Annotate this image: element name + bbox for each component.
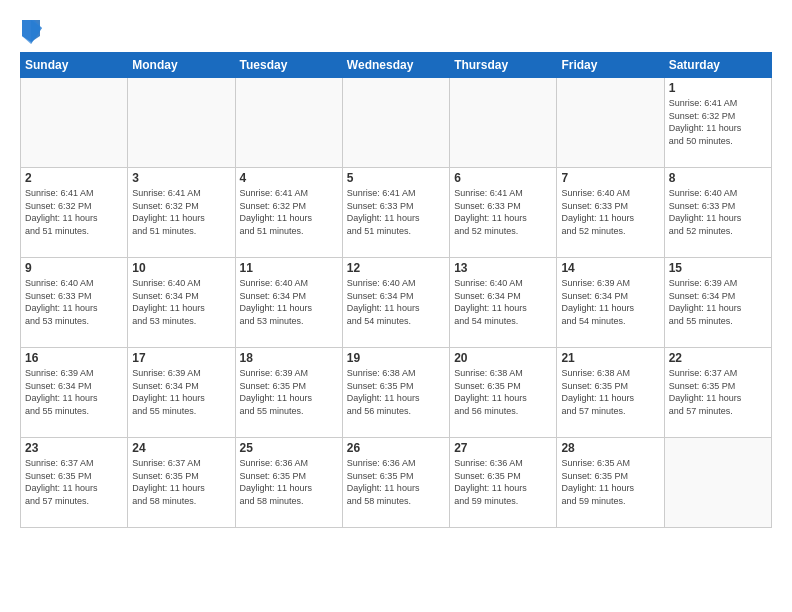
day-cell-11: 11Sunrise: 6:40 AM Sunset: 6:34 PM Dayli…: [235, 258, 342, 348]
day-number: 18: [240, 351, 338, 365]
day-info: Sunrise: 6:41 AM Sunset: 6:32 PM Dayligh…: [669, 97, 767, 147]
day-info: Sunrise: 6:37 AM Sunset: 6:35 PM Dayligh…: [25, 457, 123, 507]
day-info: Sunrise: 6:39 AM Sunset: 6:34 PM Dayligh…: [132, 367, 230, 417]
day-info: Sunrise: 6:35 AM Sunset: 6:35 PM Dayligh…: [561, 457, 659, 507]
day-cell-22: 22Sunrise: 6:37 AM Sunset: 6:35 PM Dayli…: [664, 348, 771, 438]
day-cell-2: 2Sunrise: 6:41 AM Sunset: 6:32 PM Daylig…: [21, 168, 128, 258]
day-cell-15: 15Sunrise: 6:39 AM Sunset: 6:34 PM Dayli…: [664, 258, 771, 348]
day-number: 28: [561, 441, 659, 455]
day-number: 15: [669, 261, 767, 275]
day-info: Sunrise: 6:40 AM Sunset: 6:33 PM Dayligh…: [669, 187, 767, 237]
day-cell-empty: [128, 78, 235, 168]
day-number: 3: [132, 171, 230, 185]
header: [20, 16, 772, 44]
day-number: 22: [669, 351, 767, 365]
day-number: 16: [25, 351, 123, 365]
day-info: Sunrise: 6:39 AM Sunset: 6:34 PM Dayligh…: [561, 277, 659, 327]
day-cell-21: 21Sunrise: 6:38 AM Sunset: 6:35 PM Dayli…: [557, 348, 664, 438]
day-info: Sunrise: 6:41 AM Sunset: 6:33 PM Dayligh…: [454, 187, 552, 237]
day-cell-25: 25Sunrise: 6:36 AM Sunset: 6:35 PM Dayli…: [235, 438, 342, 528]
day-cell-18: 18Sunrise: 6:39 AM Sunset: 6:35 PM Dayli…: [235, 348, 342, 438]
day-cell-empty: [21, 78, 128, 168]
day-cell-26: 26Sunrise: 6:36 AM Sunset: 6:35 PM Dayli…: [342, 438, 449, 528]
day-cell-empty: [235, 78, 342, 168]
day-header-monday: Monday: [128, 53, 235, 78]
day-info: Sunrise: 6:40 AM Sunset: 6:34 PM Dayligh…: [454, 277, 552, 327]
day-cell-28: 28Sunrise: 6:35 AM Sunset: 6:35 PM Dayli…: [557, 438, 664, 528]
calendar-week-row: 2Sunrise: 6:41 AM Sunset: 6:32 PM Daylig…: [21, 168, 772, 258]
page: SundayMondayTuesdayWednesdayThursdayFrid…: [0, 0, 792, 612]
day-number: 23: [25, 441, 123, 455]
day-header-sunday: Sunday: [21, 53, 128, 78]
day-cell-8: 8Sunrise: 6:40 AM Sunset: 6:33 PM Daylig…: [664, 168, 771, 258]
day-number: 2: [25, 171, 123, 185]
day-header-wednesday: Wednesday: [342, 53, 449, 78]
day-number: 5: [347, 171, 445, 185]
day-number: 1: [669, 81, 767, 95]
day-info: Sunrise: 6:36 AM Sunset: 6:35 PM Dayligh…: [347, 457, 445, 507]
day-info: Sunrise: 6:41 AM Sunset: 6:33 PM Dayligh…: [347, 187, 445, 237]
day-info: Sunrise: 6:39 AM Sunset: 6:34 PM Dayligh…: [25, 367, 123, 417]
logo-icon: [20, 16, 42, 44]
day-cell-24: 24Sunrise: 6:37 AM Sunset: 6:35 PM Dayli…: [128, 438, 235, 528]
day-cell-19: 19Sunrise: 6:38 AM Sunset: 6:35 PM Dayli…: [342, 348, 449, 438]
day-cell-4: 4Sunrise: 6:41 AM Sunset: 6:32 PM Daylig…: [235, 168, 342, 258]
day-number: 7: [561, 171, 659, 185]
day-number: 14: [561, 261, 659, 275]
day-cell-3: 3Sunrise: 6:41 AM Sunset: 6:32 PM Daylig…: [128, 168, 235, 258]
day-cell-20: 20Sunrise: 6:38 AM Sunset: 6:35 PM Dayli…: [450, 348, 557, 438]
day-cell-empty: [664, 438, 771, 528]
day-cell-empty: [450, 78, 557, 168]
day-number: 4: [240, 171, 338, 185]
day-info: Sunrise: 6:41 AM Sunset: 6:32 PM Dayligh…: [25, 187, 123, 237]
calendar-week-row: 16Sunrise: 6:39 AM Sunset: 6:34 PM Dayli…: [21, 348, 772, 438]
day-number: 20: [454, 351, 552, 365]
day-info: Sunrise: 6:40 AM Sunset: 6:33 PM Dayligh…: [561, 187, 659, 237]
day-cell-17: 17Sunrise: 6:39 AM Sunset: 6:34 PM Dayli…: [128, 348, 235, 438]
logo: [20, 20, 46, 44]
day-header-thursday: Thursday: [450, 53, 557, 78]
day-number: 8: [669, 171, 767, 185]
day-number: 6: [454, 171, 552, 185]
day-cell-23: 23Sunrise: 6:37 AM Sunset: 6:35 PM Dayli…: [21, 438, 128, 528]
day-info: Sunrise: 6:40 AM Sunset: 6:34 PM Dayligh…: [347, 277, 445, 327]
day-number: 26: [347, 441, 445, 455]
day-cell-1: 1Sunrise: 6:41 AM Sunset: 6:32 PM Daylig…: [664, 78, 771, 168]
day-cell-16: 16Sunrise: 6:39 AM Sunset: 6:34 PM Dayli…: [21, 348, 128, 438]
day-info: Sunrise: 6:41 AM Sunset: 6:32 PM Dayligh…: [132, 187, 230, 237]
day-info: Sunrise: 6:39 AM Sunset: 6:34 PM Dayligh…: [669, 277, 767, 327]
day-number: 13: [454, 261, 552, 275]
day-number: 27: [454, 441, 552, 455]
day-number: 21: [561, 351, 659, 365]
day-number: 12: [347, 261, 445, 275]
day-info: Sunrise: 6:37 AM Sunset: 6:35 PM Dayligh…: [132, 457, 230, 507]
calendar-header-row: SundayMondayTuesdayWednesdayThursdayFrid…: [21, 53, 772, 78]
day-header-tuesday: Tuesday: [235, 53, 342, 78]
day-number: 19: [347, 351, 445, 365]
day-info: Sunrise: 6:37 AM Sunset: 6:35 PM Dayligh…: [669, 367, 767, 417]
day-cell-12: 12Sunrise: 6:40 AM Sunset: 6:34 PM Dayli…: [342, 258, 449, 348]
day-info: Sunrise: 6:36 AM Sunset: 6:35 PM Dayligh…: [454, 457, 552, 507]
day-cell-9: 9Sunrise: 6:40 AM Sunset: 6:33 PM Daylig…: [21, 258, 128, 348]
day-number: 11: [240, 261, 338, 275]
day-cell-6: 6Sunrise: 6:41 AM Sunset: 6:33 PM Daylig…: [450, 168, 557, 258]
day-info: Sunrise: 6:41 AM Sunset: 6:32 PM Dayligh…: [240, 187, 338, 237]
day-number: 25: [240, 441, 338, 455]
day-cell-empty: [557, 78, 664, 168]
calendar-table: SundayMondayTuesdayWednesdayThursdayFrid…: [20, 52, 772, 528]
day-cell-5: 5Sunrise: 6:41 AM Sunset: 6:33 PM Daylig…: [342, 168, 449, 258]
day-cell-27: 27Sunrise: 6:36 AM Sunset: 6:35 PM Dayli…: [450, 438, 557, 528]
day-cell-10: 10Sunrise: 6:40 AM Sunset: 6:34 PM Dayli…: [128, 258, 235, 348]
day-info: Sunrise: 6:36 AM Sunset: 6:35 PM Dayligh…: [240, 457, 338, 507]
day-number: 10: [132, 261, 230, 275]
day-cell-14: 14Sunrise: 6:39 AM Sunset: 6:34 PM Dayli…: [557, 258, 664, 348]
day-info: Sunrise: 6:39 AM Sunset: 6:35 PM Dayligh…: [240, 367, 338, 417]
day-info: Sunrise: 6:40 AM Sunset: 6:34 PM Dayligh…: [132, 277, 230, 327]
day-info: Sunrise: 6:40 AM Sunset: 6:34 PM Dayligh…: [240, 277, 338, 327]
day-cell-13: 13Sunrise: 6:40 AM Sunset: 6:34 PM Dayli…: [450, 258, 557, 348]
day-number: 9: [25, 261, 123, 275]
day-info: Sunrise: 6:40 AM Sunset: 6:33 PM Dayligh…: [25, 277, 123, 327]
calendar-week-row: 9Sunrise: 6:40 AM Sunset: 6:33 PM Daylig…: [21, 258, 772, 348]
day-info: Sunrise: 6:38 AM Sunset: 6:35 PM Dayligh…: [561, 367, 659, 417]
day-cell-empty: [342, 78, 449, 168]
